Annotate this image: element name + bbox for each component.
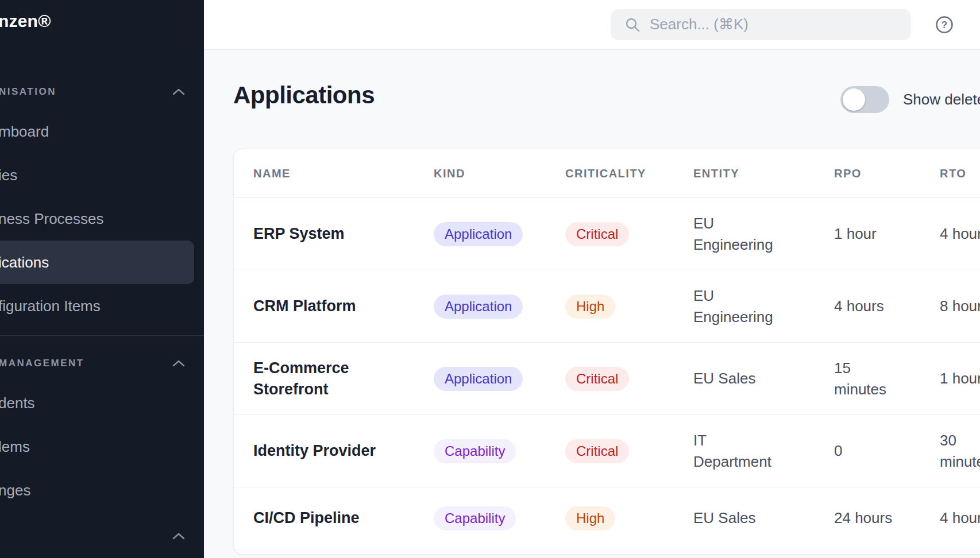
cell-rpo: 15 minutes: [834, 358, 903, 400]
table-row[interactable]: CI/CD Pipeline Capability High EU Sales …: [234, 487, 980, 549]
sidebar-item-label: ness Processes: [0, 210, 104, 228]
svg-text:?: ?: [942, 20, 947, 30]
cell-rpo: 1 hour: [834, 223, 877, 245]
topbar: ?: [204, 0, 980, 50]
sidebar-section: NISATION mboard ies ness Processes icati…: [0, 86, 204, 328]
criticality-badge: Critical: [565, 222, 629, 246]
cell-name: CI/CD Pipeline: [253, 507, 360, 529]
sidebar-item[interactable]: ness Processes: [0, 197, 194, 241]
sidebar-item[interactable]: mboard: [0, 110, 194, 153]
cell-entity: EU Sales: [693, 507, 755, 529]
cell-name: CRM Platform: [253, 296, 356, 317]
criticality-badge: Critical: [565, 367, 629, 391]
kind-badge: Application: [434, 367, 523, 391]
cell-entity: EU Engineering: [693, 213, 785, 255]
sidebar-nav: NISATION mboard ies ness Processes icati…: [0, 86, 204, 512]
sidebar-item-label: ies: [0, 166, 17, 184]
sidebar-collapsed-section[interactable]: [0, 533, 204, 540]
sidebar-item-label: mboard: [0, 123, 49, 141]
sidebar-section: MANAGEMENT dents lems nges: [0, 335, 204, 512]
search-icon: [624, 17, 641, 33]
sidebar-section-header[interactable]: MANAGEMENT: [0, 358, 204, 369]
cell-name: E-Commerce Storefront: [253, 358, 391, 400]
sidebar-section-items: dents lems nges: [0, 381, 204, 512]
kind-badge: Capability: [434, 506, 516, 530]
criticality-badge: High: [565, 294, 615, 319]
chevron-up-icon: [172, 533, 185, 540]
kind-badge: Application: [434, 294, 523, 319]
chevron-up-icon: [172, 360, 185, 367]
criticality-badge: High: [565, 506, 615, 530]
help-icon[interactable]: ?: [935, 15, 954, 34]
cell-rpo: 4 hours: [834, 296, 884, 317]
cell-rto: 4 hours: [940, 223, 980, 245]
sidebar-item[interactable]: ies: [0, 153, 194, 197]
applications-table: NAME KIND CRITICALITY ENTITY RPO RTO ERP…: [233, 149, 980, 555]
cell-entity: IT Department: [693, 430, 785, 472]
brand-logo: nzen®: [0, 11, 204, 31]
sidebar-item-label: figuration Items: [0, 297, 101, 315]
table-row[interactable]: E-Commerce Storefront Application Critic…: [234, 343, 980, 415]
sidebar-item[interactable]: figuration Items: [0, 284, 194, 328]
show-deleted-toggle-group: Show deleted: [840, 86, 980, 113]
column-header: ENTITY: [693, 167, 739, 180]
main-content: Applications Show deleted NAME KIND CRIT…: [204, 51, 980, 558]
sidebar-item-label: ications: [0, 254, 49, 272]
page-header: Applications Show deleted: [204, 51, 980, 149]
column-header: NAME: [234, 167, 291, 180]
sidebar-item[interactable]: nges: [0, 468, 194, 512]
table-row[interactable]: ERP System Application Critical EU Engin…: [234, 198, 980, 270]
cell-rto: 1 hour: [940, 368, 980, 389]
cell-rto: 4 hours: [940, 507, 980, 529]
sidebar: nzen® NISATION mboard ies ness Processes…: [0, 0, 204, 558]
cell-name: ERP System: [253, 223, 345, 245]
sidebar-section-label: NISATION: [0, 86, 56, 98]
sidebar-section-items: mboard ies ness Processes ications figur…: [0, 110, 204, 328]
chevron-up-icon: [172, 88, 185, 95]
toggle-knob: [843, 88, 865, 111]
cell-rto: 30 minutes: [940, 430, 980, 472]
cell-rpo: 0: [834, 440, 842, 462]
table-body: ERP System Application Critical EU Engin…: [234, 198, 980, 549]
cell-name: Identity Provider: [253, 440, 376, 462]
cell-rpo: 24 hours: [834, 507, 892, 529]
column-header: CRITICALITY: [565, 167, 646, 180]
cell-entity: EU Engineering: [693, 285, 785, 328]
sidebar-item-label: lems: [0, 438, 30, 456]
kind-badge: Application: [434, 222, 523, 246]
cell-rto: 8 hours: [940, 296, 980, 317]
search-box[interactable]: [611, 9, 911, 40]
sidebar-section-header[interactable]: NISATION: [0, 86, 204, 98]
column-header: RPO: [834, 167, 862, 180]
search-input[interactable]: [650, 16, 897, 33]
criticality-badge: Critical: [565, 439, 629, 463]
column-header: RTO: [940, 167, 966, 180]
cell-entity: EU Sales: [693, 368, 755, 389]
sidebar-item[interactable]: dents: [0, 381, 194, 425]
sidebar-item-label: nges: [0, 482, 30, 499]
table-row[interactable]: CRM Platform Application High EU Enginee…: [234, 270, 980, 343]
kind-badge: Capability: [434, 439, 516, 463]
show-deleted-toggle[interactable]: [840, 86, 889, 113]
sidebar-item-label: dents: [0, 394, 35, 412]
show-deleted-label: Show deleted: [903, 91, 980, 108]
table-header-row: NAME KIND CRITICALITY ENTITY RPO RTO: [234, 149, 980, 198]
sidebar-item[interactable]: lems: [0, 425, 194, 468]
table-row[interactable]: Identity Provider Capability Critical IT…: [234, 415, 980, 487]
column-header: KIND: [434, 167, 465, 180]
sidebar-section-label: MANAGEMENT: [0, 358, 84, 369]
sidebar-item[interactable]: ications: [0, 241, 194, 284]
